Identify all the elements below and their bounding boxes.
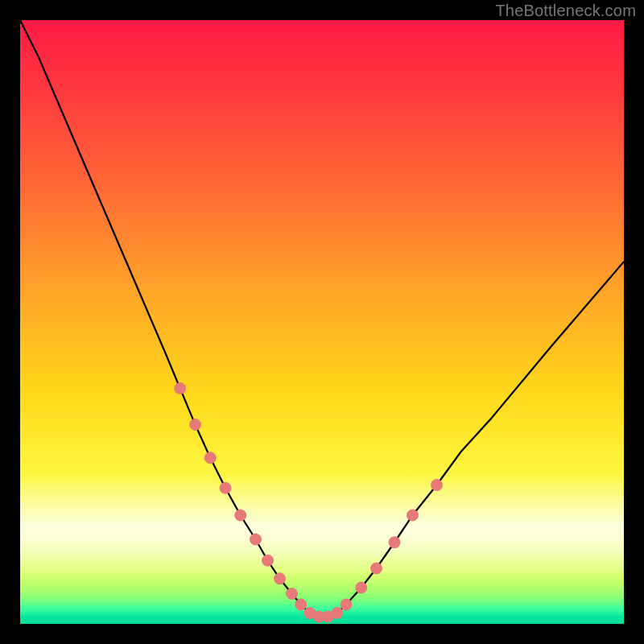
gradient-background <box>20 20 624 624</box>
plot-area <box>20 20 624 624</box>
watermark-text: TheBottleneck.com <box>495 2 636 20</box>
chart-frame: TheBottleneck.com <box>0 0 644 644</box>
